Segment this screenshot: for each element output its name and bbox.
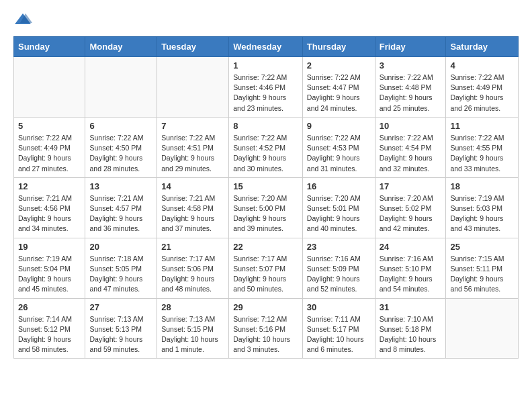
day-number: 21 [161,242,224,252]
header [13,11,519,30]
day-number: 26 [18,302,81,312]
day-info: Sunrise: 7:17 AM Sunset: 5:06 PM Dayligh… [161,254,224,295]
calendar-cell: 4Sunrise: 7:22 AM Sunset: 4:49 PM Daylig… [446,57,519,118]
calendar-cell: 13Sunrise: 7:21 AM Sunset: 4:57 PM Dayli… [85,177,157,238]
day-number: 18 [450,181,514,191]
weekday-header-thursday: Thursday [302,37,375,57]
day-info: Sunrise: 7:16 AM Sunset: 5:09 PM Dayligh… [307,254,371,295]
day-number: 14 [161,181,224,191]
day-number: 6 [89,121,152,131]
calendar-cell: 26Sunrise: 7:14 AM Sunset: 5:12 PM Dayli… [14,298,85,359]
calendar-cell: 1Sunrise: 7:22 AM Sunset: 4:46 PM Daylig… [229,57,303,118]
day-number: 16 [307,181,371,191]
day-info: Sunrise: 7:15 AM Sunset: 5:11 PM Dayligh… [450,254,514,295]
day-info: Sunrise: 7:20 AM Sunset: 5:00 PM Dayligh… [233,193,298,234]
day-info: Sunrise: 7:17 AM Sunset: 5:07 PM Dayligh… [233,254,298,295]
calendar-cell: 19Sunrise: 7:19 AM Sunset: 5:04 PM Dayli… [14,238,85,298]
day-number: 22 [233,242,298,252]
calendar-cell: 5Sunrise: 7:22 AM Sunset: 4:49 PM Daylig… [14,117,85,177]
calendar-cell: 20Sunrise: 7:18 AM Sunset: 5:05 PM Dayli… [85,238,157,298]
day-number: 12 [18,181,81,191]
day-info: Sunrise: 7:21 AM Sunset: 4:57 PM Dayligh… [89,193,152,234]
day-number: 19 [18,242,81,252]
day-info: Sunrise: 7:11 AM Sunset: 5:17 PM Dayligh… [307,314,371,355]
weekday-header-friday: Friday [375,37,446,57]
calendar-cell: 16Sunrise: 7:20 AM Sunset: 5:01 PM Dayli… [302,177,375,238]
calendar-cell: 12Sunrise: 7:21 AM Sunset: 4:56 PM Dayli… [14,177,85,238]
day-info: Sunrise: 7:18 AM Sunset: 5:05 PM Dayligh… [89,254,152,295]
calendar-week-row-4: 19Sunrise: 7:19 AM Sunset: 5:04 PM Dayli… [14,238,519,298]
calendar-cell: 28Sunrise: 7:13 AM Sunset: 5:15 PM Dayli… [157,298,229,359]
calendar-cell: 9Sunrise: 7:22 AM Sunset: 4:53 PM Daylig… [302,117,375,177]
day-number: 5 [18,121,81,131]
day-info: Sunrise: 7:20 AM Sunset: 5:01 PM Dayligh… [307,193,371,234]
calendar-cell: 24Sunrise: 7:16 AM Sunset: 5:10 PM Dayli… [375,238,446,298]
day-number: 23 [307,242,371,252]
day-info: Sunrise: 7:12 AM Sunset: 5:16 PM Dayligh… [233,314,298,355]
day-info: Sunrise: 7:13 AM Sunset: 5:13 PM Dayligh… [89,314,152,355]
day-info: Sunrise: 7:22 AM Sunset: 4:49 PM Dayligh… [18,133,81,174]
calendar-cell: 30Sunrise: 7:11 AM Sunset: 5:17 PM Dayli… [302,298,375,359]
day-number: 31 [380,302,442,312]
day-number: 20 [89,242,152,252]
day-number: 2 [307,60,371,71]
calendar-cell: 27Sunrise: 7:13 AM Sunset: 5:13 PM Dayli… [85,298,157,359]
calendar-week-row-3: 12Sunrise: 7:21 AM Sunset: 4:56 PM Dayli… [14,177,519,238]
day-info: Sunrise: 7:21 AM Sunset: 4:56 PM Dayligh… [18,193,81,234]
calendar-cell: 14Sunrise: 7:21 AM Sunset: 4:58 PM Dayli… [157,177,229,238]
calendar-cell: 7Sunrise: 7:22 AM Sunset: 4:51 PM Daylig… [157,117,229,177]
calendar-cell: 18Sunrise: 7:19 AM Sunset: 5:03 PM Dayli… [446,177,519,238]
weekday-header-saturday: Saturday [446,37,519,57]
calendar-cell: 11Sunrise: 7:22 AM Sunset: 4:55 PM Dayli… [446,117,519,177]
day-number: 8 [233,121,298,131]
day-info: Sunrise: 7:22 AM Sunset: 4:49 PM Dayligh… [450,73,514,113]
day-number: 7 [161,121,224,131]
day-number: 10 [380,121,442,131]
weekday-header-row: SundayMondayTuesdayWednesdayThursdayFrid… [14,37,519,57]
day-info: Sunrise: 7:19 AM Sunset: 5:04 PM Dayligh… [18,254,81,295]
day-info: Sunrise: 7:14 AM Sunset: 5:12 PM Dayligh… [18,314,81,355]
calendar-week-row-1: 1Sunrise: 7:22 AM Sunset: 4:46 PM Daylig… [14,57,519,118]
calendar-week-row-5: 26Sunrise: 7:14 AM Sunset: 5:12 PM Dayli… [14,298,519,359]
logo [13,11,35,30]
day-number: 4 [450,60,514,71]
calendar-cell: 17Sunrise: 7:20 AM Sunset: 5:02 PM Dayli… [375,177,446,238]
weekday-header-sunday: Sunday [14,37,85,57]
calendar-cell [446,298,519,359]
calendar-cell: 31Sunrise: 7:10 AM Sunset: 5:18 PM Dayli… [375,298,446,359]
day-info: Sunrise: 7:19 AM Sunset: 5:03 PM Dayligh… [450,193,514,234]
day-number: 24 [380,242,442,252]
calendar-cell: 25Sunrise: 7:15 AM Sunset: 5:11 PM Dayli… [446,238,519,298]
day-number: 28 [161,302,224,312]
page: SundayMondayTuesdayWednesdayThursdayFrid… [0,0,532,372]
calendar-cell: 3Sunrise: 7:22 AM Sunset: 4:48 PM Daylig… [375,57,446,118]
calendar-cell: 22Sunrise: 7:17 AM Sunset: 5:07 PM Dayli… [229,238,303,298]
day-number: 3 [380,60,442,71]
day-info: Sunrise: 7:10 AM Sunset: 5:18 PM Dayligh… [380,314,442,355]
weekday-header-monday: Monday [85,37,157,57]
calendar-cell: 23Sunrise: 7:16 AM Sunset: 5:09 PM Dayli… [302,238,375,298]
calendar-cell [14,57,85,118]
day-number: 15 [233,181,298,191]
calendar-table: SundayMondayTuesdayWednesdayThursdayFrid… [13,36,519,359]
day-info: Sunrise: 7:20 AM Sunset: 5:02 PM Dayligh… [380,193,442,234]
calendar-cell: 10Sunrise: 7:22 AM Sunset: 4:54 PM Dayli… [375,117,446,177]
day-info: Sunrise: 7:21 AM Sunset: 4:58 PM Dayligh… [161,193,224,234]
calendar-cell: 2Sunrise: 7:22 AM Sunset: 4:47 PM Daylig… [302,57,375,118]
calendar-cell: 15Sunrise: 7:20 AM Sunset: 5:00 PM Dayli… [229,177,303,238]
day-info: Sunrise: 7:22 AM Sunset: 4:47 PM Dayligh… [307,73,371,113]
calendar-week-row-2: 5Sunrise: 7:22 AM Sunset: 4:49 PM Daylig… [14,117,519,177]
day-info: Sunrise: 7:22 AM Sunset: 4:55 PM Dayligh… [450,133,514,174]
day-info: Sunrise: 7:22 AM Sunset: 4:52 PM Dayligh… [233,133,298,174]
day-info: Sunrise: 7:22 AM Sunset: 4:46 PM Dayligh… [233,73,298,113]
day-number: 11 [450,121,514,131]
day-info: Sunrise: 7:22 AM Sunset: 4:53 PM Dayligh… [307,133,371,174]
day-number: 27 [89,302,152,312]
calendar-cell: 8Sunrise: 7:22 AM Sunset: 4:52 PM Daylig… [229,117,303,177]
day-number: 9 [307,121,371,131]
day-info: Sunrise: 7:16 AM Sunset: 5:10 PM Dayligh… [380,254,442,295]
calendar-cell: 29Sunrise: 7:12 AM Sunset: 5:16 PM Dayli… [229,298,303,359]
weekday-header-tuesday: Tuesday [157,37,229,57]
calendar-cell [85,57,157,118]
day-info: Sunrise: 7:22 AM Sunset: 4:54 PM Dayligh… [380,133,442,174]
